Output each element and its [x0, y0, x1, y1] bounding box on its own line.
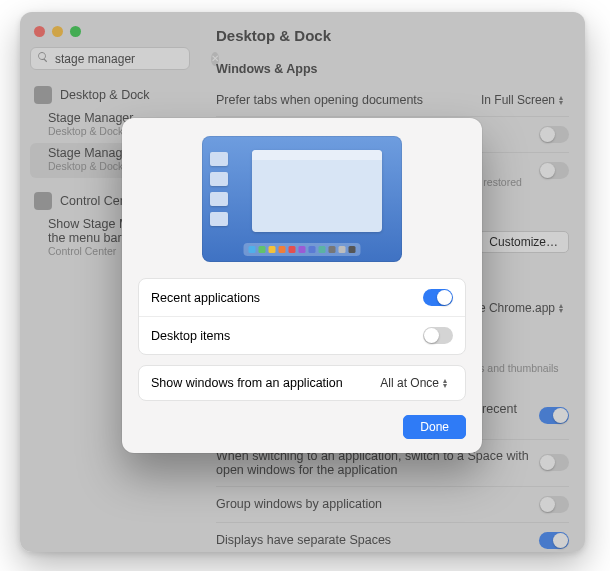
dock-app-icon	[329, 246, 336, 253]
row-mc-option: Group windows by application	[216, 489, 569, 520]
row-label: Desktop items	[151, 329, 230, 343]
search-input[interactable]	[55, 52, 205, 66]
dock-app-icon	[349, 246, 356, 253]
mc-option-toggle[interactable]	[539, 407, 569, 424]
preview-dock	[244, 243, 361, 256]
close-icon[interactable]	[34, 26, 45, 37]
section-heading: Windows & Apps	[216, 62, 569, 76]
control-center-icon	[34, 192, 52, 210]
preview-window	[252, 150, 382, 232]
mc-option-toggle[interactable]	[539, 496, 569, 513]
prefer-tabs-popup[interactable]: In Full Screen	[481, 93, 569, 107]
ask-keep-changes-toggle[interactable]	[539, 126, 569, 143]
sidebar-item-desktop-dock[interactable]: Desktop & Dock	[30, 82, 190, 108]
zoom-icon[interactable]	[70, 26, 81, 37]
dock-app-icon	[289, 246, 296, 253]
row-label: When switching to an application, switch…	[216, 449, 539, 477]
mc-option-toggle[interactable]	[539, 454, 569, 471]
dock-app-icon	[249, 246, 256, 253]
search-field[interactable]: ✕	[30, 47, 190, 70]
row-desktop-items: Desktop items	[139, 316, 465, 354]
show-windows-popup[interactable]: All at Once	[380, 376, 453, 390]
sidebar-item-label: Desktop & Dock	[60, 88, 150, 102]
dock-app-icon	[279, 246, 286, 253]
chevron-up-down-icon	[559, 303, 569, 313]
chevron-up-down-icon	[443, 378, 453, 388]
row-show-windows: Show windows from an application All at …	[139, 366, 465, 400]
row-prefer-tabs: Prefer tabs when opening documents In Fu…	[216, 86, 569, 114]
search-icon	[37, 51, 49, 66]
window-controls	[30, 22, 190, 47]
recent-applications-toggle[interactable]	[423, 289, 453, 306]
options-card: Recent applications Desktop items	[138, 278, 466, 355]
row-label: Prefer tabs when opening documents	[216, 93, 423, 107]
dock-app-icon	[319, 246, 326, 253]
preview-recent-strip	[210, 152, 228, 226]
customize-button[interactable]: Customize…	[478, 231, 569, 253]
stage-manager-preview	[202, 136, 402, 262]
show-windows-card: Show windows from an application All at …	[138, 365, 466, 401]
dock-app-icon	[339, 246, 346, 253]
mc-option-toggle[interactable]	[539, 532, 569, 549]
row-label: Recent applications	[151, 291, 260, 305]
done-button[interactable]: Done	[403, 415, 466, 439]
row-recent-applications: Recent applications	[139, 279, 465, 316]
stage-manager-customize-sheet: Recent applications Desktop items Show w…	[122, 118, 482, 453]
page-title: Desktop & Dock	[216, 27, 569, 44]
row-label: Displays have separate Spaces	[216, 533, 539, 547]
dock-app-icon	[259, 246, 266, 253]
row-label: Group windows by application	[216, 497, 539, 511]
dock-app-icon	[269, 246, 276, 253]
desktop-items-toggle[interactable]	[423, 327, 453, 344]
row-mc-option: Displays have separate Spaces	[216, 525, 569, 552]
row-label: Show windows from an application	[151, 376, 343, 390]
chevron-up-down-icon	[559, 95, 569, 105]
dock-app-icon	[299, 246, 306, 253]
desktop-dock-icon	[34, 86, 52, 104]
minimize-icon[interactable]	[52, 26, 63, 37]
dock-app-icon	[309, 246, 316, 253]
close-windows-toggle[interactable]	[539, 162, 569, 179]
